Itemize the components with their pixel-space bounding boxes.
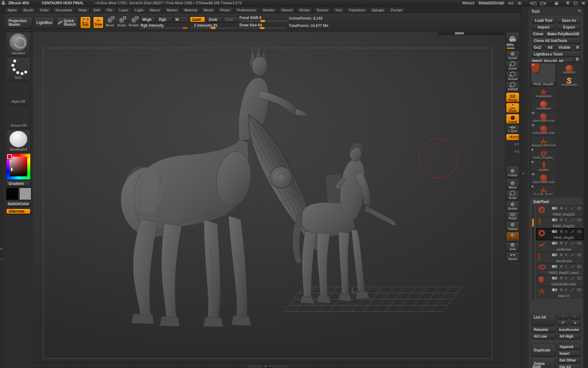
visibility-eye-icon[interactable]	[577, 207, 582, 210]
left-tray-divider[interactable]	[0, 13, 4, 368]
rotate-y-button[interactable]: ↺ Y	[506, 141, 519, 148]
rotate-button[interactable]: R Rotate	[129, 18, 139, 27]
menu-item[interactable]: Color	[37, 7, 52, 13]
frame-button[interactable]: Frame	[506, 166, 519, 177]
menu-item[interactable]: Document	[52, 7, 75, 13]
xpose-button[interactable]: ◤◥Xpose	[506, 252, 519, 261]
displacement-icon[interactable]	[565, 277, 568, 280]
zcut-button[interactable]: Zcut	[223, 17, 238, 22]
subtool-row[interactable]: NlqO 07	[536, 287, 583, 298]
goz-button[interactable]: GoZ	[531, 44, 544, 50]
goz-r-button[interactable]: R	[574, 44, 581, 50]
tool-cell[interactable]: PolyMesh3D	[531, 86, 556, 98]
menu-item[interactable]: Material	[181, 7, 200, 13]
menu-item[interactable]: Transform	[346, 7, 368, 13]
displacement-icon[interactable]	[565, 265, 568, 268]
clone-all-subtools-button[interactable]: Clone All SubTools	[531, 38, 581, 44]
move-button[interactable]: M Move	[106, 18, 114, 27]
tool-cell[interactable]: 9 PM3D_Ring3D1_	[531, 148, 556, 159]
subtool-scrollbar[interactable]	[532, 205, 534, 300]
uv-icon[interactable]	[560, 277, 563, 280]
duplicate-button[interactable]: Duplicate	[531, 344, 556, 356]
rotate-xyz-button[interactable]: ↺ XYZ	[506, 134, 519, 140]
visibility-eye-icon[interactable]	[577, 288, 582, 291]
paintbrush-icon[interactable]	[570, 288, 575, 291]
current-brush[interactable]: Standard	[6, 32, 31, 56]
zoom-button[interactable]: Zoom	[506, 61, 519, 71]
polypaint-icon[interactable]	[552, 207, 558, 210]
uv-icon[interactable]	[560, 265, 563, 268]
aahalf-button[interactable]: AAHalf	[506, 82, 519, 91]
move-up-button[interactable]: ↑	[557, 314, 569, 319]
menu-item[interactable]: Marker	[164, 7, 181, 13]
tool-cell[interactable]: PolySphere	[531, 99, 556, 110]
persp-button[interactable]: Persp	[506, 92, 519, 102]
polypaint-icon[interactable]	[552, 265, 558, 268]
displacement-icon[interactable]	[565, 288, 568, 291]
polypaint-icon[interactable]	[552, 253, 558, 256]
menu-item[interactable]: Stencil	[278, 7, 296, 13]
menu-item[interactable]: Layer	[116, 7, 131, 13]
paintbrush-icon[interactable]	[570, 218, 575, 221]
menu-item[interactable]: Movie	[201, 7, 217, 13]
z-intensity-slider[interactable]	[190, 28, 238, 28]
del-other-button[interactable]: Del Other	[557, 357, 581, 363]
autoreorder-button[interactable]: AutoReorder	[557, 327, 581, 332]
tool-cell[interactable]: 9 TPose#1_PM3D_	[531, 185, 556, 195]
displacement-icon[interactable]	[565, 230, 568, 233]
del-all-button[interactable]: Del All	[557, 364, 581, 368]
list-all-button[interactable]: List All	[531, 314, 556, 325]
transp-button[interactable]: Transp	[506, 221, 519, 231]
current-material[interactable]: SkinShade4	[6, 129, 31, 152]
color-picker[interactable]	[6, 153, 31, 180]
goz-visible-button[interactable]: Visible	[556, 44, 572, 50]
paintbrush-icon[interactable]	[570, 242, 575, 245]
menu-item[interactable]: Edit	[91, 7, 103, 13]
make-polymesh3d-button[interactable]: Make PolyMesh3D	[546, 31, 581, 37]
tray-up-icon[interactable]: ▲	[264, 364, 267, 368]
tray-down-icon[interactable]: ▼	[268, 364, 271, 368]
shift-down-button[interactable]: ↳	[570, 320, 581, 325]
paintbrush-icon[interactable]	[570, 253, 575, 256]
visibility-eye-icon[interactable]	[577, 230, 582, 233]
bpr-button[interactable]: BPR	[506, 32, 519, 42]
rotate-z-button[interactable]: ↺ Z	[506, 148, 519, 155]
save-as-button[interactable]: Save As	[557, 17, 581, 23]
floor-button[interactable]: Floor	[506, 103, 519, 113]
displacement-icon[interactable]	[565, 242, 568, 245]
goz-all-button[interactable]: All	[545, 44, 556, 50]
close-button[interactable]	[580, 1, 587, 6]
main-color-swatch[interactable]	[6, 188, 18, 200]
menu-item[interactable]: Preferences	[234, 7, 259, 13]
draw-button[interactable]: Draw	[93, 17, 104, 29]
subtool-row[interactable]: PM3D_Ring3D_copy1	[536, 263, 583, 275]
lightbox-tools-button[interactable]: Lightbox ▸ Tools	[531, 51, 581, 57]
rgb-intensity-slider[interactable]	[140, 28, 189, 28]
polypaint-icon[interactable]	[552, 218, 558, 221]
actual-button[interactable]: Actual	[506, 71, 519, 81]
scale-button[interactable]: S Scale	[117, 18, 126, 27]
switch-color-button[interactable]: SwitchColor	[6, 201, 31, 207]
clone-button[interactable]: Clone	[531, 31, 545, 37]
bottom-tray-bar[interactable]: ▲ ▼	[33, 364, 505, 368]
secondary-color-swatch[interactable]	[19, 188, 31, 200]
polypaint-icon[interactable]	[552, 277, 558, 280]
tool-cell[interactable]: 8 ejcudo4	[531, 160, 556, 172]
scroll-button[interactable]: Scroll	[506, 50, 519, 60]
displacement-icon[interactable]	[565, 218, 568, 221]
spix-slider[interactable]	[507, 47, 519, 49]
scrollbar-thumb[interactable]	[455, 32, 464, 34]
zsub-button[interactable]: Zsub	[206, 17, 222, 22]
menu-item[interactable]: Render	[260, 7, 278, 13]
lock-icon[interactable]	[553, 1, 560, 6]
menu-item[interactable]: Stroke	[296, 7, 313, 13]
solo-button[interactable]: Solo	[506, 242, 519, 251]
lsym-button[interactable]: ◀┃▶L.Sym	[506, 125, 519, 133]
subtool-row[interactable]: CENTAURO HIJO	[536, 275, 583, 287]
uv-icon[interactable]	[560, 242, 563, 245]
menu-item[interactable]: Alpha	[4, 7, 20, 13]
uv-icon[interactable]	[560, 230, 563, 233]
subtool-row[interactable]: PM3D_Ring3D2	[536, 205, 583, 217]
menu-item[interactable]: Texture	[313, 7, 331, 13]
zadd-button[interactable]: Zadd	[190, 17, 205, 22]
